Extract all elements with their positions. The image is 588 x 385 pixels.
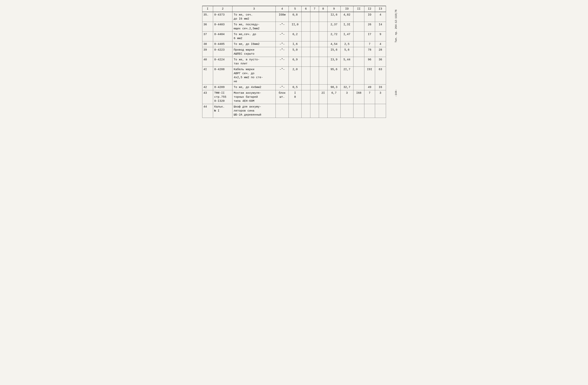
header-col10: IO (340, 6, 354, 12)
cell-5-4: –"– (276, 47, 289, 57)
cell-3-4: –"– (276, 32, 289, 41)
cell-9-1: 43 (202, 90, 213, 104)
main-table: I 2 3 4 5 6 7 8 9 IO II I2 I3 35.8-4373Т… (202, 6, 386, 118)
table-row: 408-4224То же, в пусто- тах плит–"–6,9I3… (202, 57, 386, 67)
cell-10-1: 44 (202, 104, 213, 118)
cell-6-8 (319, 57, 327, 67)
cell-8-5: 0,5 (289, 85, 302, 90)
cell-9-13: 3 (375, 90, 386, 104)
page-wrapper: Тип. пр. 264-12-118|76 -144- I 2 3 4 5 (200, 4, 388, 120)
cell-10-9 (327, 104, 340, 118)
cell-8-3: То же, до 4x6мм2 (232, 85, 276, 90)
cell-8-2: 8-4209 (213, 85, 232, 90)
cell-6-13: 36 (375, 57, 386, 67)
cell-8-4: –"– (276, 85, 289, 90)
cell-3-6 (302, 32, 310, 41)
cell-6-7 (310, 57, 319, 67)
cell-6-11 (354, 57, 364, 67)
cell-2-1: 36 (202, 22, 213, 32)
cell-8-10: 32,7 (340, 85, 354, 90)
cell-10-11 (354, 104, 364, 118)
cell-1-13: 4 (375, 12, 386, 22)
cell-4-10: 2,5 (340, 41, 354, 47)
cell-8-12: 49 (364, 85, 375, 90)
cell-10-6 (302, 104, 310, 118)
cell-7-11 (354, 67, 364, 85)
cell-4-12: 7 (364, 41, 375, 47)
cell-9-8: 2I (319, 90, 327, 104)
cell-4-11 (354, 41, 364, 47)
cell-5-2: 8-4223 (213, 47, 232, 57)
cell-6-9: I3,9 (327, 57, 340, 67)
cell-6-10: 5,44 (340, 57, 354, 67)
cell-8-8 (319, 85, 327, 90)
cell-1-1: 35. (202, 12, 213, 22)
cell-8-1: 42 (202, 85, 213, 90)
cell-5-13: 28 (375, 47, 386, 57)
cell-4-9: 4,54 (327, 41, 340, 47)
table-header: I 2 3 4 5 6 7 8 9 IO II I2 I3 (202, 6, 386, 12)
side-label-bottom: -144- (395, 89, 398, 97)
header-col13: I3 (375, 6, 386, 12)
cell-1-7 (310, 12, 319, 22)
cell-5-12: 78 (364, 47, 375, 57)
cell-2-6 (302, 22, 310, 32)
header-col7: 7 (310, 6, 319, 12)
cell-5-1: 39 (202, 47, 213, 57)
cell-3-3: То же,сеч. до 6 мм2 (232, 32, 276, 41)
table-row: 378-4404То же,сеч. до 6 мм2–"–6,22,72I,4… (202, 32, 386, 41)
cell-10-2: Кальк. № I (213, 104, 232, 118)
cell-9-7 (310, 90, 319, 104)
cell-1-11 (354, 12, 364, 22)
cell-2-4: –"– (276, 22, 289, 32)
cell-1-9: I2,6 (327, 12, 340, 22)
cell-2-2: 8-4403 (213, 22, 232, 32)
cell-1-5: 0,8 (289, 12, 302, 22)
header-col3: 3 (232, 6, 276, 12)
cell-10-3: Шкаф для аккуму- ляторов сина ШБ-2А дере… (232, 104, 276, 118)
cell-1-2: 8-4373 (213, 12, 232, 22)
header-col6: 6 (302, 6, 310, 12)
cell-10-4 (276, 104, 289, 118)
cell-3-7 (310, 32, 319, 41)
header-col5: 5 (289, 6, 302, 12)
table-row: 428-4209То же, до 4x6мм2–"–0,598,332,749… (202, 85, 386, 90)
table-row: 4I8-4208Кабель марки АВРГ сеч. до 4x2,5 … (202, 67, 386, 85)
cell-1-8 (319, 12, 327, 22)
cell-4-4: –"– (276, 41, 289, 47)
cell-7-10: 2I,7 (340, 67, 354, 85)
cell-5-8 (319, 47, 327, 57)
side-label-top: Тип. пр. 264-12-118|76 (395, 10, 398, 43)
cell-6-3: То же, в пусто- тах плит (232, 57, 276, 67)
cell-3-8 (319, 32, 327, 41)
cell-9-4: блок шт. (276, 90, 289, 104)
cell-8-11 (354, 85, 364, 90)
cell-5-11 (354, 47, 364, 57)
header-col11: II (354, 6, 364, 12)
cell-7-4: –"– (276, 67, 289, 85)
cell-8-6 (302, 85, 310, 90)
cell-9-3: Монтаж аккумуля- торных батарей типа 4ЕН… (232, 90, 276, 104)
cell-7-3: Кабель марки АВРГ сеч. до 4x2,5 мм2 по с… (232, 67, 276, 85)
cell-6-6 (302, 57, 310, 67)
header-col2: 2 (213, 6, 232, 12)
cell-4-8 (319, 41, 327, 47)
cell-7-7 (310, 67, 319, 85)
header-col9: 9 (327, 6, 340, 12)
cell-9-10: 3 (340, 90, 354, 104)
cell-10-8 (319, 104, 327, 118)
cell-10-5 (289, 104, 302, 118)
cell-6-5: 6,9 (289, 57, 302, 67)
table-row: 398-4223Провод марки АШПЕС скрыто–"–5,0I… (202, 47, 386, 57)
cell-2-9: 2,37 (327, 22, 340, 32)
cell-4-7 (310, 41, 319, 47)
table-row: 43ТФИ-II стр.755 8-I320Монтаж аккумуля- … (202, 90, 386, 104)
cell-5-9: I5,6 (327, 47, 340, 57)
header-col1: I (202, 6, 213, 12)
cell-3-2: 8-4404 (213, 32, 232, 41)
cell-10-13 (375, 104, 386, 118)
cell-3-10: I,47 (340, 32, 354, 41)
cell-1-6 (302, 12, 310, 22)
cell-2-10: I,3I (340, 22, 354, 32)
cell-8-9: 98,3 (327, 85, 340, 90)
